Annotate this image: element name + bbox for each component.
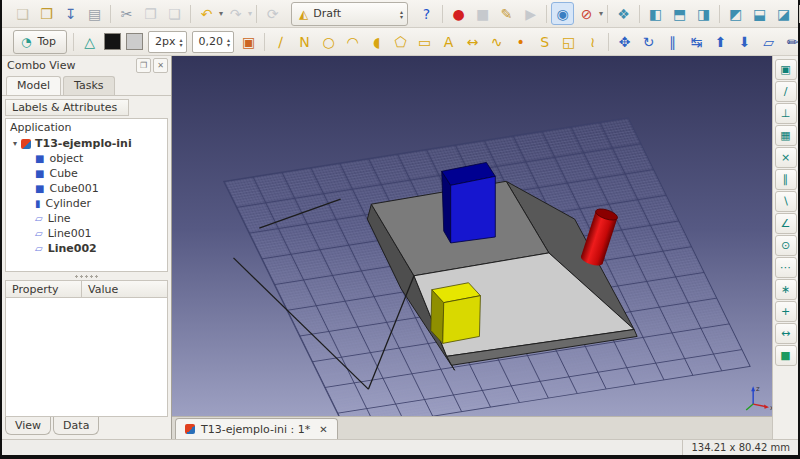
panel-splitter[interactable] — [2, 272, 171, 280]
snap-working-plane-button[interactable]: ■ — [775, 345, 797, 366]
view-right-button[interactable]: ◨ — [692, 2, 715, 25]
view-front-button[interactable]: ◧ — [644, 2, 667, 25]
draft-circle-button[interactable]: ○ — [317, 30, 340, 53]
line-width-spinner[interactable]: ▴ ▾ — [180, 37, 183, 47]
tree-item-line[interactable]: ▱ Line — [6, 211, 167, 226]
snap-dimensions-button[interactable]: ↔ — [775, 323, 797, 344]
draft-ellipse-button[interactable]: ◖ — [365, 30, 388, 53]
property-column-header[interactable]: Property — [6, 281, 82, 297]
print-button[interactable]: ▤ — [83, 2, 106, 25]
view-rear-button[interactable]: ◩ — [724, 2, 747, 25]
tree-item-line002[interactable]: ▱ Line002 — [6, 241, 167, 256]
tree-item-line001[interactable]: ▱ Line001 — [6, 226, 167, 241]
yellow-cube-object[interactable] — [431, 283, 481, 344]
redo-button[interactable]: ↷ — [224, 2, 247, 25]
snap-ortho-button[interactable]: + — [775, 301, 797, 322]
tree-item-cylinder[interactable]: ▮ Cylinder — [6, 196, 167, 211]
macro-record-button[interactable]: ● — [447, 2, 470, 25]
tab-close-icon[interactable]: ✕ — [319, 424, 327, 435]
draft-point-button[interactable]: • — [509, 30, 532, 53]
draft-wire-button[interactable]: N — [293, 30, 316, 53]
3d-viewport[interactable]: z x — [172, 56, 772, 416]
view-bottom-button[interactable]: ⬓ — [748, 2, 771, 25]
snap-intersection-button[interactable]: × — [775, 147, 797, 168]
draft-arc-button[interactable]: ◠ — [341, 30, 364, 53]
working-plane-button[interactable]: ◔ Top — [13, 30, 67, 54]
blue-cube-object[interactable] — [442, 162, 496, 243]
view-axonometric-button[interactable]: ❖ — [612, 2, 635, 25]
paste-button[interactable]: ❏ — [163, 2, 186, 25]
whats-this-button[interactable]: ? — [415, 2, 438, 25]
draft-bezier-button[interactable]: ≀ — [581, 30, 604, 53]
view-top-button[interactable]: ⬒ — [668, 2, 691, 25]
draft-trimex-button[interactable]: ↹ — [685, 30, 708, 53]
draft-line-button[interactable]: ∕ — [269, 30, 292, 53]
draft-polygon-button[interactable]: ⬠ — [389, 30, 412, 53]
snap-perpendicular-button[interactable]: ⊥ — [775, 103, 797, 124]
workbench-selector-spinner[interactable]: ▴ ▾ — [400, 9, 403, 19]
tab-model[interactable]: Model — [6, 76, 61, 95]
tree-column-header[interactable]: Labels & Attributes — [5, 99, 129, 116]
open-document-button[interactable]: ❒ — [35, 2, 58, 25]
draft-upgrade-button[interactable]: ⬆ — [709, 30, 732, 53]
new-document-button[interactable]: ❑ — [11, 2, 34, 25]
snap-angle-button[interactable]: ∠ — [775, 213, 797, 234]
undo-button[interactable]: ↶ — [195, 2, 218, 25]
snap-endpoint-button[interactable]: ∖ — [775, 191, 797, 212]
panel-close-button[interactable]: ✕ — [153, 58, 168, 73]
snap-lock-button[interactable]: ▣ — [775, 59, 797, 80]
3d-viewport-canvas[interactable]: z x — [172, 56, 772, 416]
draft-offset-button[interactable]: ∥ — [661, 30, 684, 53]
redo-dropdown-caret[interactable]: ▾ — [248, 2, 252, 25]
construction-mode-button[interactable]: △ — [78, 30, 101, 53]
value-column-header[interactable]: Value — [82, 281, 124, 297]
draft-scale-button[interactable]: ▱ — [757, 30, 780, 53]
scale-spinner[interactable]: ▴ ▾ — [227, 37, 230, 47]
snap-midpoint-button[interactable]: ∕ — [775, 81, 797, 102]
panel-float-button[interactable]: ❐ — [136, 58, 151, 73]
spin-down-icon[interactable]: ▾ — [180, 42, 183, 47]
cut-button[interactable]: ✂ — [115, 2, 138, 25]
snap-near-button[interactable]: ∗ — [775, 279, 797, 300]
snap-grid-button[interactable]: ▦ — [775, 125, 797, 146]
tab-view[interactable]: View — [5, 417, 51, 435]
line-color-swatch[interactable] — [104, 33, 121, 50]
tree-item-object[interactable]: ■ object — [6, 151, 167, 166]
line-width-spinbox[interactable]: 2px ▴ ▾ — [148, 31, 187, 53]
macro-stop-button[interactable]: ■ — [471, 2, 494, 25]
document-tab[interactable]: T13-ejemplo-ini : 1* ✕ — [175, 418, 338, 439]
refresh-button[interactable]: ⟳ — [261, 2, 284, 25]
draft-dimension-button[interactable]: ↔ — [461, 30, 484, 53]
tab-tasks[interactable]: Tasks — [63, 76, 114, 95]
scale-spinbox[interactable]: 0,20 ▴ ▾ — [192, 31, 235, 53]
blue-cube-front-face[interactable] — [451, 176, 496, 243]
workbench-selector[interactable]: ◭ Draft ▴ ▾ — [291, 2, 408, 26]
draft-text-button[interactable]: A — [437, 30, 460, 53]
macro-play-button[interactable]: ▶ — [519, 2, 542, 25]
draft-edit-button[interactable]: ✏ — [781, 30, 800, 53]
autogroup-button[interactable]: ▣ — [237, 30, 260, 53]
spin-down-icon[interactable]: ▾ — [227, 42, 230, 47]
macro-edit-button[interactable]: ✎ — [495, 2, 518, 25]
draw-style-caret[interactable]: ▾ — [599, 2, 603, 25]
fit-all-button[interactable]: ◉ — [551, 2, 574, 25]
draft-bspline-button[interactable]: ∿ — [485, 30, 508, 53]
draft-rotate-button[interactable]: ↻ — [637, 30, 660, 53]
property-table-body[interactable] — [5, 298, 168, 417]
draft-downgrade-button[interactable]: ⬇ — [733, 30, 756, 53]
tree-item-cube[interactable]: ■ Cube — [6, 166, 167, 181]
snap-extension-button[interactable]: ⋯ — [775, 257, 797, 278]
save-button[interactable]: ↧ — [59, 2, 82, 25]
undo-dropdown-caret[interactable]: ▾ — [219, 2, 223, 25]
tree-root-application[interactable]: Application — [6, 120, 167, 136]
face-color-swatch[interactable] — [126, 33, 143, 50]
snap-parallel-button[interactable]: ∥ — [775, 169, 797, 190]
view-left-button[interactable]: ◪ — [772, 2, 795, 25]
spin-down-icon[interactable]: ▾ — [400, 14, 403, 19]
tree-expand-arrow[interactable]: ▾ — [13, 139, 17, 148]
yellow-cube-front-face[interactable] — [443, 296, 481, 344]
draft-move-button[interactable]: ✥ — [613, 30, 636, 53]
tab-data[interactable]: Data — [53, 417, 99, 435]
draft-facebinder-button[interactable]: ◱ — [557, 30, 580, 53]
snap-center-button[interactable]: ⊙ — [775, 235, 797, 256]
